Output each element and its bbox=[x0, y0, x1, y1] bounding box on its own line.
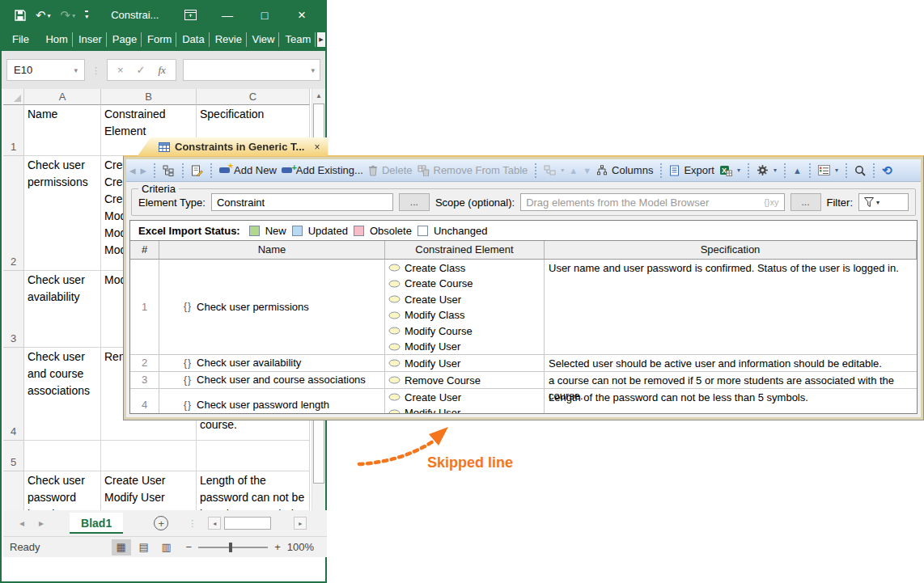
table-row-2[interactable]: 2 {} Check user availability Modify User… bbox=[130, 355, 917, 372]
cell-b5[interactable] bbox=[101, 441, 197, 471]
excel-dropdown-icon[interactable]: ▾ bbox=[737, 167, 740, 174]
cell-c5[interactable] bbox=[197, 441, 310, 471]
columns-button[interactable]: Columns bbox=[596, 164, 653, 176]
tab-formulas[interactable]: Form bbox=[142, 32, 176, 47]
element-item[interactable]: Create Course bbox=[388, 276, 540, 292]
tab-view[interactable]: View bbox=[247, 32, 280, 47]
element-item[interactable]: Modify User bbox=[388, 339, 540, 355]
horizontal-scrollbar[interactable]: ◂ ▸ bbox=[208, 517, 307, 530]
remove-from-table-button[interactable]: Remove From Table bbox=[417, 164, 528, 176]
cell-a2[interactable]: Check user permissions bbox=[24, 156, 101, 271]
options-dropdown-icon[interactable]: ▾ bbox=[774, 167, 777, 174]
add-existing-button[interactable]: + Add Existing... bbox=[282, 164, 363, 176]
constraint-name-cell[interactable]: {} Check user availability bbox=[159, 355, 385, 371]
name-box[interactable]: E10 ▾ bbox=[6, 59, 85, 81]
confirm-entry-icon[interactable]: ✓ bbox=[137, 64, 146, 76]
display-nested-icon[interactable] bbox=[544, 165, 556, 175]
refresh-icon[interactable]: ⟲ bbox=[882, 163, 892, 178]
horizontal-scrollbar-track[interactable] bbox=[221, 517, 294, 530]
sheet-tab-blad1[interactable]: Blad1 bbox=[70, 513, 123, 534]
undo-button[interactable]: ↶▾ bbox=[36, 8, 51, 23]
search-icon[interactable] bbox=[854, 165, 866, 176]
zoom-slider[interactable] bbox=[198, 547, 268, 548]
ribbon-overflow-icon[interactable]: ▶ bbox=[317, 32, 325, 47]
tab-file[interactable]: File bbox=[2, 32, 38, 47]
customize-qat-icon[interactable]: ▾ bbox=[85, 11, 88, 20]
next-sheet-icon[interactable]: ▸ bbox=[39, 518, 44, 529]
redo-button[interactable]: ↷▾ bbox=[61, 8, 76, 23]
element-item[interactable]: Create User bbox=[388, 390, 540, 406]
filter-input[interactable]: ▾ bbox=[858, 193, 909, 211]
export-button[interactable]: Export bbox=[669, 164, 714, 176]
constrained-elements-cell[interactable]: Create Class Create Course Create User M… bbox=[385, 260, 545, 354]
save-icon[interactable] bbox=[15, 10, 26, 21]
zoom-in-icon[interactable]: + bbox=[274, 541, 281, 553]
constrained-elements-cell[interactable]: Remove Course bbox=[385, 372, 545, 388]
row-header[interactable]: 5 bbox=[3, 441, 24, 471]
undo-dropdown-icon[interactable]: ▾ bbox=[48, 12, 51, 19]
specification-cell[interactable]: a course can not be removed if 5 or more… bbox=[545, 372, 917, 388]
filter-dropdown-icon[interactable]: ▾ bbox=[876, 199, 879, 206]
row-header[interactable]: 4 bbox=[3, 348, 24, 441]
add-new-button[interactable]: ★ Add New bbox=[219, 164, 277, 176]
options-gear-icon[interactable] bbox=[757, 164, 769, 176]
constrained-elements-cell[interactable]: Modify User bbox=[385, 355, 545, 371]
zoom-out-icon[interactable]: − bbox=[186, 541, 193, 553]
ribbon-display-options-icon[interactable] bbox=[172, 2, 209, 28]
element-item[interactable]: Create Class bbox=[388, 260, 540, 277]
maximize-button[interactable]: □ bbox=[246, 2, 283, 28]
normal-view-icon[interactable]: ▦ bbox=[112, 539, 131, 556]
specification-cell[interactable]: User name and user password is confirmed… bbox=[545, 260, 917, 354]
cell-a5[interactable] bbox=[24, 441, 101, 471]
cell-a4[interactable]: Check user and course associations bbox=[24, 348, 101, 441]
tab-review[interactable]: Revie bbox=[210, 32, 247, 47]
move-up-icon[interactable]: ▲ bbox=[569, 166, 578, 175]
element-item[interactable]: Remove Course bbox=[388, 373, 540, 389]
formula-expand-icon[interactable]: ▾ bbox=[311, 66, 315, 74]
tab-page-layout[interactable]: Page bbox=[107, 32, 142, 47]
header-constrained-element[interactable]: Constrained Element bbox=[385, 241, 545, 259]
scroll-left-icon[interactable]: ◂ bbox=[208, 517, 221, 530]
name-box-dropdown-icon[interactable]: ▾ bbox=[74, 66, 78, 74]
close-button[interactable]: × bbox=[283, 2, 320, 28]
open-in-containment-tree-icon[interactable] bbox=[163, 165, 175, 176]
window-tab[interactable]: Constraints in Generic T... × bbox=[138, 137, 328, 156]
add-sheet-icon[interactable]: + bbox=[154, 516, 168, 530]
element-type-input[interactable]: Constraint bbox=[211, 193, 393, 211]
element-item[interactable]: Create User bbox=[388, 292, 540, 308]
scroll-up-icon[interactable]: ▲ bbox=[312, 89, 325, 103]
view-mode-dropdown-icon[interactable]: ▾ bbox=[835, 167, 838, 174]
scroll-right-icon[interactable]: ▸ bbox=[294, 517, 307, 530]
table-row-4[interactable]: 4 {} Check user password length Create U… bbox=[130, 389, 917, 415]
close-tab-icon[interactable]: × bbox=[314, 142, 320, 153]
header-specification[interactable]: Specification bbox=[545, 241, 917, 259]
element-item[interactable]: Modify User bbox=[388, 405, 540, 414]
horizontal-scrollbar-thumb[interactable] bbox=[224, 517, 271, 530]
open-specification-icon[interactable] bbox=[191, 165, 203, 176]
insert-function-icon[interactable]: fx bbox=[159, 64, 166, 77]
cancel-entry-icon[interactable]: × bbox=[117, 64, 124, 76]
header-name[interactable]: Name bbox=[159, 241, 385, 259]
row-header[interactable]: 2 bbox=[3, 156, 24, 271]
constraint-name-cell[interactable]: {} Check user and course associations bbox=[159, 372, 385, 388]
move-down-icon[interactable]: ▼ bbox=[583, 166, 591, 175]
tab-home[interactable]: Hom bbox=[40, 32, 72, 47]
element-item[interactable]: Modify Course bbox=[388, 323, 540, 340]
formula-input[interactable]: ▾ bbox=[183, 59, 320, 81]
page-layout-view-icon[interactable]: ▤ bbox=[134, 539, 154, 556]
prev-sheet-icon[interactable]: ◂ bbox=[19, 518, 24, 529]
column-header-c[interactable]: C bbox=[197, 89, 310, 105]
nested-dropdown-icon[interactable]: ▾ bbox=[561, 167, 564, 174]
constrained-elements-cell[interactable]: Create User Modify User bbox=[385, 389, 545, 415]
delete-button[interactable]: Delete bbox=[368, 164, 413, 176]
element-type-browse-button[interactable]: ... bbox=[399, 193, 430, 211]
view-mode-icon[interactable] bbox=[818, 165, 830, 175]
element-item[interactable]: Modify User bbox=[388, 356, 540, 372]
sync-with-excel-icon[interactable]: X bbox=[719, 165, 732, 176]
page-break-view-icon[interactable]: ▥ bbox=[157, 539, 176, 556]
header-number[interactable]: # bbox=[130, 241, 159, 259]
specification-cell[interactable]: Length of the password can not be less t… bbox=[545, 389, 917, 415]
zoom-percentage[interactable]: 100% bbox=[287, 541, 314, 553]
table-row-1[interactable]: 1 {} Check user permissions Create Class… bbox=[130, 260, 917, 355]
scope-browse-button[interactable]: ... bbox=[790, 193, 821, 211]
